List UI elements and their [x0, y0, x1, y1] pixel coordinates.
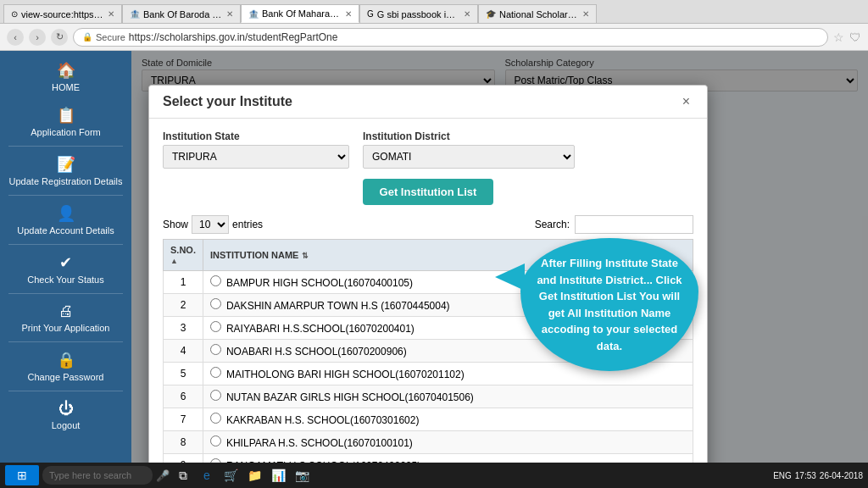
sidebar-item-update-registration[interactable]: 📝 Update Registration Details: [0, 148, 131, 193]
modal-form-row: Institution State TRIPURA Institution Di…: [163, 130, 693, 169]
sidebar-item-application-form[interactable]: 📋 Application Form: [0, 99, 131, 144]
print-application-icon: 🖨: [58, 302, 74, 320]
taskbar-search-input[interactable]: [42, 466, 153, 485]
sidebar-divider-5: [8, 341, 123, 342]
cell-sno: 1: [164, 271, 203, 294]
start-button[interactable]: ⊞: [5, 465, 39, 485]
sort-icon-sno: ▲: [170, 257, 178, 265]
sidebar-item-update-account[interactable]: 👤 Update Account Details: [0, 197, 131, 242]
table-row[interactable]: 8KHILPARA H.S. SCHOOL(16070100101): [164, 431, 693, 454]
tab-2[interactable]: 🏦 Bank Of Baroda Uttam H... ✕: [122, 4, 241, 23]
sidebar-item-home-label: HOME: [52, 82, 80, 92]
sidebar-divider-4: [8, 293, 123, 294]
change-password-icon: 🔒: [57, 351, 75, 369]
sidebar: 🏠 HOME 📋 Application Form 📝 Update Regis…: [0, 51, 131, 464]
table-row[interactable]: 7KAKRABAN H.S. SCHOOL(16070301602): [164, 408, 693, 431]
close-tab-5[interactable]: ✕: [582, 9, 589, 19]
get-institution-list-button[interactable]: Get Institution List: [363, 179, 494, 205]
entries-select-group: Show 10 entries: [163, 215, 263, 234]
sidebar-item-logout[interactable]: ⏻ Logout: [0, 393, 131, 437]
extension-icon[interactable]: 🛡: [849, 30, 861, 44]
taskbar-amazon-icon[interactable]: 🛒: [220, 465, 241, 485]
tab-4[interactable]: G G sbi passbook image in ji... ✕: [359, 4, 478, 23]
taskbar-mic-icon: 🎤: [156, 469, 170, 482]
address-input[interactable]: 🔒 Secure https://scholarships.gov.in/stu…: [73, 28, 828, 47]
sidebar-divider-2: [8, 195, 123, 196]
institution-state-group: Institution State TRIPURA: [163, 130, 349, 169]
sidebar-item-application-form-label: Application Form: [31, 127, 101, 137]
institution-radio[interactable]: [210, 413, 221, 424]
table-controls: Show 10 entries Search:: [163, 215, 693, 234]
home-icon: 🏠: [57, 61, 75, 80]
sidebar-item-check-status[interactable]: ✔ Check Your Status: [0, 247, 131, 291]
institution-state-label: Institution State: [163, 130, 349, 142]
taskbar-folder-icon[interactable]: 📁: [244, 465, 264, 485]
logout-icon: ⏻: [58, 400, 74, 418]
institution-radio[interactable]: [210, 321, 221, 332]
modal-close-button[interactable]: ×: [679, 94, 693, 109]
cell-sno: 7: [164, 408, 203, 431]
taskbar-lang: ENG: [773, 471, 792, 480]
main-layout: 🏠 HOME 📋 Application Form 📝 Update Regis…: [0, 51, 868, 464]
sort-icon-name: ⇅: [302, 252, 309, 260]
update-registration-icon: 📝: [57, 155, 75, 174]
application-form-icon: 📋: [57, 106, 75, 125]
close-tab-4[interactable]: ✕: [464, 9, 470, 19]
search-box: Search:: [535, 215, 693, 234]
sidebar-item-change-password[interactable]: 🔒 Change Password: [0, 344, 131, 389]
institution-radio[interactable]: [210, 367, 221, 378]
institution-radio[interactable]: [210, 390, 221, 401]
content-area: State of Domicile TRIPURA Scholarship Ca…: [131, 51, 868, 464]
sidebar-divider-6: [8, 391, 123, 391]
browser-tabs: ⊙ view-source:https://scho... ✕ 🏦 Bank O…: [0, 0, 868, 24]
institution-state-select[interactable]: TRIPURA: [163, 145, 349, 169]
cell-institution-name: KHILPARA H.S. SCHOOL(16070100101): [203, 431, 693, 454]
search-input[interactable]: [575, 215, 693, 234]
tab-1[interactable]: ⊙ view-source:https://scho... ✕: [3, 4, 122, 23]
cell-sno: 4: [164, 340, 203, 363]
modal-title: Select your Institute: [163, 94, 292, 109]
institution-district-label: Institution District: [363, 130, 575, 142]
close-tab-3[interactable]: ✕: [345, 9, 352, 19]
reload-button[interactable]: ↻: [51, 29, 68, 46]
institution-radio[interactable]: [210, 344, 221, 355]
tab-5[interactable]: 🎓 National Scholarship Sc... ✕: [478, 4, 597, 23]
sidebar-item-home[interactable]: 🏠 HOME: [0, 54, 131, 99]
taskbar-right: ENG 17:53 26-04-2018: [773, 471, 863, 480]
tab-3[interactable]: 🏦 Bank Of Maharashtra De... ✕: [241, 4, 359, 23]
institution-radio[interactable]: [210, 275, 221, 286]
taskbar-camera-icon[interactable]: 📷: [292, 465, 312, 485]
back-button[interactable]: ‹: [7, 29, 24, 46]
sidebar-item-print-application[interactable]: 🖨 Print Your Application: [0, 296, 131, 340]
sidebar-item-update-registration-label: Update Registration Details: [9, 176, 123, 186]
table-row[interactable]: 6NUTAN BAZAR GIRLS HIGH SCHOOL(160704015…: [164, 385, 693, 408]
cell-sno: 8: [164, 431, 203, 454]
tooltip-text: After Filling Institute State and Instit…: [537, 257, 682, 352]
bookmark-icon[interactable]: ☆: [833, 30, 844, 44]
institution-district-group: Institution District GOMATI: [363, 130, 575, 169]
show-label: Show: [163, 219, 188, 230]
institution-radio[interactable]: [210, 298, 221, 309]
taskbar-view-icon[interactable]: ⧉: [173, 465, 193, 485]
institution-radio[interactable]: [210, 435, 221, 446]
taskbar: ⊞ 🎤 ⧉ e 🛒 📁 📊 📷 ENG 17:53 26-04-2018: [0, 463, 868, 488]
entries-label: entries: [232, 219, 263, 230]
taskbar-excel-icon[interactable]: 📊: [268, 465, 288, 485]
cell-institution-name: NUTAN BAZAR GIRLS HIGH SCHOOL(1607040150…: [203, 385, 693, 408]
taskbar-time: 17:53: [795, 471, 816, 480]
modal-body: Institution State TRIPURA Institution Di…: [149, 119, 707, 464]
forward-button[interactable]: ›: [29, 29, 46, 46]
cell-sno: 5: [164, 363, 203, 385]
col-sno: S.NO. ▲: [164, 240, 203, 271]
close-tab-2[interactable]: ✕: [226, 9, 233, 19]
cell-institution-name: KAKRABAN H.S. SCHOOL(16070301602): [203, 408, 693, 431]
close-tab-1[interactable]: ✕: [108, 9, 114, 19]
address-bar: ‹ › ↻ 🔒 Secure https://scholarships.gov.…: [0, 24, 868, 51]
institution-district-select[interactable]: GOMATI: [363, 145, 575, 169]
taskbar-ie-icon[interactable]: e: [197, 465, 217, 485]
entries-select[interactable]: 10: [192, 215, 229, 234]
update-account-icon: 👤: [57, 204, 75, 223]
search-label: Search:: [535, 219, 570, 230]
check-status-icon: ✔: [59, 253, 72, 272]
select-institute-modal: Select your Institute × Institution Stat…: [148, 85, 708, 464]
